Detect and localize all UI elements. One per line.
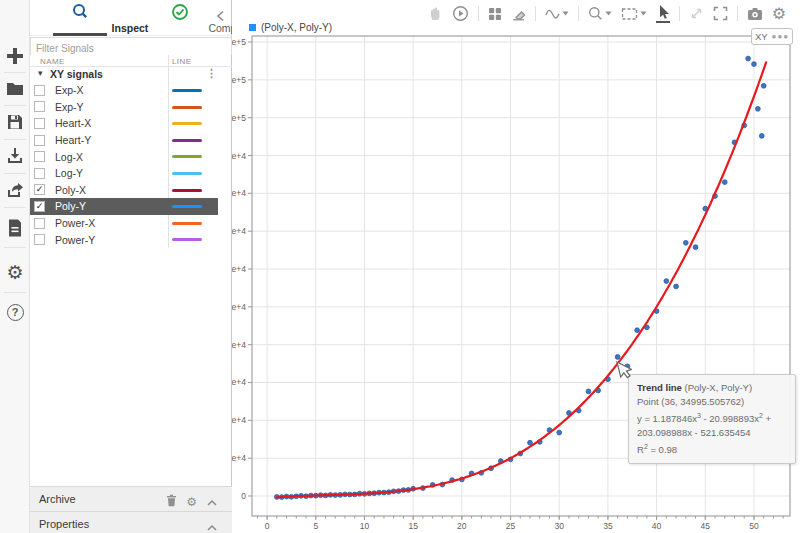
chevron-up-icon[interactable]	[206, 493, 218, 511]
chevron-left-icon[interactable]	[216, 8, 225, 26]
svg-text:2.00e+4: 2.00e+4	[232, 415, 246, 425]
signal-line-swatch[interactable]	[172, 122, 202, 125]
signal-row[interactable]: Heart-X	[30, 115, 218, 132]
signal-name: Power-X	[55, 217, 95, 229]
svg-text:0: 0	[241, 491, 246, 501]
tab-inspect[interactable]: Inspect	[30, 0, 130, 36]
filter-signals-box	[30, 37, 232, 55]
rail-separator	[4, 292, 26, 293]
signal-line-swatch[interactable]	[172, 89, 202, 92]
settings-icon[interactable]: ⚙	[0, 260, 30, 284]
tooltip-equation-line2: 203.098988x - 521.635454	[637, 426, 787, 440]
tooltip-title: Trend line	[637, 382, 682, 393]
signal-row[interactable]: Power-X	[30, 215, 218, 232]
signal-row[interactable]: ✓ Poly-X	[30, 182, 218, 199]
rail-separator	[4, 207, 26, 208]
import-icon[interactable]	[0, 144, 30, 168]
signal-line-swatch[interactable]	[172, 155, 202, 158]
plot-type-badge[interactable]: XY ●●●	[751, 28, 793, 45]
triangle-down-icon: ▾	[38, 68, 43, 78]
signal-line-swatch[interactable]	[172, 238, 202, 241]
signal-group-label: XY signals	[50, 68, 103, 80]
signal-line-swatch[interactable]	[172, 222, 202, 225]
tab-compare[interactable]: Compare	[130, 0, 230, 36]
svg-text:1.00e+4: 1.00e+4	[232, 453, 246, 463]
signal-checkbox[interactable]	[34, 135, 45, 146]
signal-checkbox[interactable]: ✓	[34, 201, 45, 212]
app-rail: ⚙ ?	[0, 0, 30, 533]
rail-separator	[4, 247, 26, 248]
signal-checkbox[interactable]	[34, 118, 45, 129]
signal-row[interactable]: Exp-X	[30, 82, 218, 99]
tooltip-title-rest: (Poly-X, Poly-Y)	[682, 382, 752, 393]
column-line: LINE	[172, 57, 191, 66]
signal-checkbox[interactable]: ✓	[34, 184, 45, 195]
svg-text:20: 20	[457, 521, 467, 531]
add-icon[interactable]	[0, 44, 30, 68]
rail-separator	[4, 72, 26, 73]
archive-label: Archive	[39, 493, 76, 505]
svg-text:25: 25	[506, 521, 516, 531]
svg-text:3.00e+4: 3.00e+4	[232, 377, 246, 387]
signal-line-swatch[interactable]	[172, 205, 202, 208]
signal-list: Exp-X Exp-Y Heart-X Heart-Y Log-X Log-Y …	[30, 82, 232, 248]
rail-separator	[4, 139, 26, 140]
rail-separator	[4, 105, 26, 106]
trash-icon[interactable]	[166, 493, 177, 511]
signals-sidebar: Inspect Compare NAME LINE ▾ XY signals ⋮	[30, 0, 232, 533]
signal-checkbox[interactable]	[34, 101, 45, 112]
tooltip-point: Point (36, 34995.505762)	[637, 395, 787, 409]
signal-line-swatch[interactable]	[172, 172, 202, 175]
signal-row[interactable]: Log-X	[30, 148, 218, 165]
badge-menu-icon[interactable]: ●●●	[772, 32, 790, 41]
signal-row[interactable]: Log-Y	[30, 165, 218, 182]
signal-name: Poly-Y	[55, 200, 86, 212]
svg-text:1.10e+5: 1.10e+5	[232, 75, 246, 85]
properties-label: Properties	[39, 518, 89, 530]
chevron-up-icon[interactable]	[206, 518, 218, 533]
report-icon[interactable]	[0, 216, 30, 240]
svg-text:6.00e+4: 6.00e+4	[232, 264, 246, 274]
dots-vertical-icon[interactable]: ⋮	[206, 67, 217, 80]
signal-checkbox[interactable]	[34, 218, 45, 229]
signal-name: Log-X	[55, 151, 83, 163]
tooltip-r-squared: R2 = 0.98	[637, 440, 787, 457]
svg-text:5.00e+4: 5.00e+4	[232, 302, 246, 312]
signal-checkbox[interactable]	[34, 85, 45, 96]
svg-text:0: 0	[265, 521, 270, 531]
signal-name: Exp-Y	[55, 101, 84, 113]
signal-row[interactable]: ✓ Poly-Y	[30, 198, 218, 215]
signal-checkbox[interactable]	[34, 151, 45, 162]
svg-text:9.00e+4: 9.00e+4	[232, 151, 246, 161]
signal-row[interactable]: Power-Y	[30, 231, 218, 248]
help-icon[interactable]: ?	[0, 300, 30, 324]
signal-line-swatch[interactable]	[172, 189, 202, 192]
svg-text:50: 50	[749, 521, 759, 531]
svg-text:5: 5	[313, 521, 318, 531]
signal-name: Heart-Y	[55, 134, 91, 146]
signal-line-swatch[interactable]	[172, 139, 202, 142]
signal-name: Poly-X	[55, 184, 86, 196]
signal-row[interactable]: Exp-Y	[30, 99, 218, 116]
signal-row[interactable]: Heart-Y	[30, 132, 218, 149]
plot-type-badge-label: XY	[755, 31, 768, 42]
save-icon[interactable]	[0, 110, 30, 134]
trend-line-tooltip: Trend line (Poly-X, Poly-Y) Point (36, 3…	[628, 374, 796, 464]
signal-checkbox[interactable]	[34, 168, 45, 179]
signal-name: Log-Y	[55, 167, 83, 179]
open-folder-icon[interactable]	[0, 77, 30, 101]
rail-separator	[4, 173, 26, 174]
signal-line-swatch[interactable]	[172, 106, 202, 109]
plot-area-panel: ⚙ (Poly-X, Poly-Y) 051015202530354045500…	[232, 0, 800, 533]
svg-text:7.00e+4: 7.00e+4	[232, 226, 246, 236]
signal-name: Power-Y	[55, 234, 95, 246]
signal-name: Exp-X	[55, 84, 84, 96]
export-icon[interactable]	[0, 178, 30, 202]
gear-icon[interactable]: ⚙	[186, 496, 197, 508]
properties-section-header[interactable]: Properties	[30, 511, 232, 533]
signal-checkbox[interactable]	[34, 234, 45, 245]
svg-text:40: 40	[652, 521, 662, 531]
archive-section-header[interactable]: Archive ⚙	[30, 486, 232, 511]
signal-group-row[interactable]: ▾ XY signals ⋮	[30, 67, 232, 82]
sidebar-tabs: Inspect Compare	[30, 0, 232, 36]
